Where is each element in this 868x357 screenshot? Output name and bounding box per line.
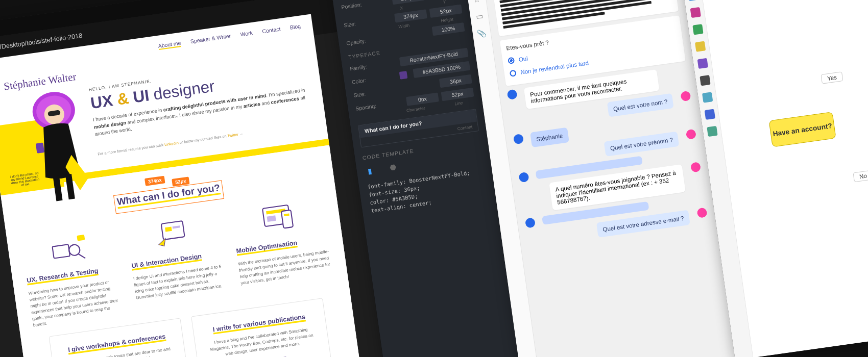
svg-rect-11 [161,220,185,239]
nav-blog[interactable]: Blog [290,23,301,31]
nav-contact[interactable]: Contact [262,26,281,36]
twitter-link[interactable]: Twitter [227,132,238,137]
sb-icon[interactable] [697,58,708,69]
sb-icon[interactable] [707,126,717,137]
android-icon[interactable]: ⬣ [389,163,397,172]
sketch-measure-window: Sketch Measure × Users/stephaniewalter/D… [0,0,392,357]
portfolio-page: About me Speaker & Writer Work Contact B… [0,14,364,357]
svg-rect-17 [281,210,293,228]
sb-icon[interactable] [690,7,701,18]
css-icon[interactable]: ▮ [367,166,373,175]
sb-icon[interactable] [694,41,705,52]
user-avatar-icon [686,129,696,140]
connector-lines [698,0,868,48]
prop-opacity[interactable]: 100% [432,22,465,36]
service-col-ux: UX, Research & Testing Wondering how to … [20,223,126,328]
svg-rect-13 [173,225,180,228]
nav-work[interactable]: Work [240,30,253,39]
svg-rect-5 [53,175,63,201]
sb-icon[interactable] [692,24,703,35]
svg-rect-16 [267,215,276,222]
user-avatar-icon [680,91,691,101]
chat-answer[interactable]: Stéphanie [530,128,569,147]
ribbon-icon[interactable]: ▭ [475,12,484,21]
user-avatar-icon [696,208,707,218]
sb-icon[interactable] [704,109,715,120]
flow-decision[interactable]: Have an account? [769,112,836,147]
svg-rect-4 [36,142,44,153]
service-col-mobile: Mobile Optimisation With the increase of… [230,194,335,299]
service-desc: I design UI and interactions I need some… [133,263,228,301]
bot-avatar-icon [507,89,517,100]
bot-avatar-icon [525,217,536,228]
prop-size-label: Size: [344,21,356,29]
linkedin-link[interactable]: LinkedIn [164,141,179,146]
mobile-icon [258,201,299,236]
ux-icon [49,231,90,266]
sb-icon[interactable] [700,75,710,86]
svg-line-10 [78,253,85,259]
bot-avatar-icon [518,172,529,183]
svg-rect-12 [165,226,172,232]
nav-speaker[interactable]: Speaker & Writer [190,33,231,46]
bot-avatar-icon [513,134,524,144]
attachment-icon[interactable]: 📎 [476,29,487,38]
sb-icon[interactable] [687,0,698,1]
color-swatch[interactable] [399,71,408,80]
svg-rect-9 [77,235,85,241]
prop-position-label: Position: [341,2,362,10]
workshops-card: I give workshops & conferences I speak a… [49,318,191,357]
flow-label-no[interactable]: No [853,170,868,182]
apple-icon[interactable] [414,160,415,169]
user-avatar-icon [690,162,701,172]
bookmark-icon[interactable]: ☆ [473,0,481,4]
service-desc: Wondering how to improve your product or… [28,277,126,328]
nav-about[interactable]: About me [158,40,181,50]
service-desc: With the increase of mobile users, being… [237,248,333,286]
flow-label-yes[interactable]: Yes [821,71,843,84]
service-col-ui: UI & Interaction Design I design UI and … [125,209,230,314]
svg-rect-7 [52,244,69,258]
measure-width-tag: 374px [144,175,165,186]
prop-opacity-label: Opacity: [346,38,367,46]
sb-icon[interactable] [702,92,712,103]
ui-icon [153,216,195,251]
publications-card: I write for various publications I have … [191,298,333,357]
